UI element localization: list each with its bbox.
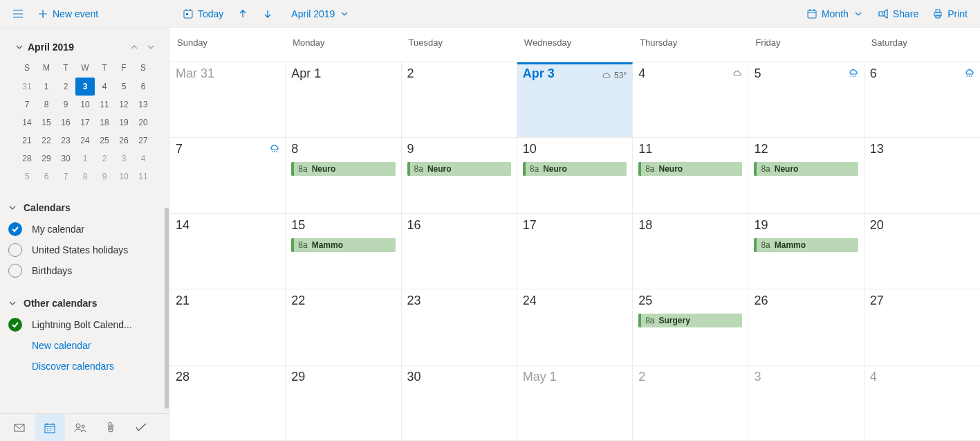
mini-day[interactable]: 24 bbox=[75, 132, 95, 150]
calendar-cell[interactable]: 118aNeuro bbox=[633, 138, 748, 213]
mini-day[interactable]: 14 bbox=[17, 114, 37, 132]
calendar-cell[interactable]: 3 bbox=[748, 366, 864, 441]
calendar-item[interactable]: My calendar bbox=[8, 219, 162, 240]
calendar-cell[interactable]: 17 bbox=[517, 214, 633, 289]
mini-next-month[interactable] bbox=[142, 39, 159, 55]
mini-day[interactable]: 11 bbox=[133, 168, 153, 186]
mini-day[interactable]: 4 bbox=[133, 150, 153, 168]
calendar-cell[interactable]: Mar 31 bbox=[170, 62, 286, 138]
todo-module-button[interactable] bbox=[126, 414, 156, 442]
calendar-cell[interactable]: 23 bbox=[402, 289, 517, 365]
calendar-cell[interactable]: 14 bbox=[170, 214, 286, 289]
calendar-cell[interactable]: 88aNeuro bbox=[286, 138, 401, 213]
calendar-cell[interactable]: 28 bbox=[170, 366, 286, 441]
mini-day[interactable]: 13 bbox=[133, 96, 153, 114]
calendar-cell[interactable]: 98aNeuro bbox=[402, 138, 517, 213]
mini-day[interactable]: 12 bbox=[114, 96, 133, 114]
mail-module-button[interactable] bbox=[4, 414, 35, 442]
mini-day[interactable]: 3 bbox=[114, 150, 133, 168]
calendar-event[interactable]: 8aNeuro bbox=[523, 162, 627, 176]
calendar-cell[interactable]: 2 bbox=[633, 366, 748, 441]
calendar-event[interactable]: 8aMammo bbox=[291, 238, 395, 252]
mini-day[interactable]: 10 bbox=[114, 168, 133, 186]
calendar-cell[interactable]: 258aSurgery bbox=[633, 289, 748, 365]
mini-day[interactable]: 16 bbox=[56, 114, 75, 132]
calendar-cell[interactable]: 22 bbox=[286, 289, 401, 365]
people-module-button[interactable] bbox=[65, 414, 95, 442]
mini-day[interactable]: 30 bbox=[56, 150, 75, 168]
calendar-event[interactable]: 8aNeuro bbox=[754, 162, 858, 176]
mini-day[interactable]: 5 bbox=[17, 168, 37, 186]
calendar-cell[interactable]: 4 bbox=[865, 366, 980, 441]
mini-day[interactable]: 7 bbox=[17, 96, 37, 114]
mini-day[interactable]: 11 bbox=[95, 96, 114, 114]
calendar-checkbox[interactable] bbox=[8, 222, 22, 236]
calendar-cell[interactable]: 20 bbox=[865, 214, 980, 289]
mini-day[interactable]: 6 bbox=[133, 78, 153, 96]
mini-day[interactable]: 17 bbox=[75, 114, 95, 132]
hamburger-menu[interactable] bbox=[6, 1, 30, 27]
mini-day[interactable]: 21 bbox=[17, 132, 37, 150]
discover-calendars-link[interactable]: Discover calendars bbox=[8, 356, 162, 377]
mini-day[interactable]: 6 bbox=[37, 168, 56, 186]
print-button[interactable]: Print bbox=[925, 1, 974, 27]
calendar-item[interactable]: United States holidays bbox=[8, 240, 162, 260]
mini-day[interactable]: 1 bbox=[37, 78, 56, 96]
mini-collapse-button[interactable] bbox=[11, 39, 28, 55]
calendar-cell[interactable]: Apr 1 bbox=[286, 62, 401, 138]
next-period-button[interactable] bbox=[255, 1, 280, 27]
mini-day[interactable]: 3 bbox=[75, 78, 95, 96]
calendar-cell[interactable]: May 1 bbox=[517, 366, 633, 441]
calendar-event[interactable]: 8aNeuro bbox=[291, 162, 395, 176]
files-module-button[interactable] bbox=[95, 414, 126, 442]
mini-day[interactable]: 9 bbox=[95, 168, 114, 186]
calendar-cell[interactable]: 6 bbox=[865, 62, 980, 138]
view-dropdown[interactable]: Month bbox=[799, 1, 871, 27]
calendar-cell[interactable]: 30 bbox=[402, 366, 517, 441]
mini-day[interactable]: 28 bbox=[17, 150, 37, 168]
mini-day[interactable]: 4 bbox=[95, 78, 114, 96]
calendar-cell[interactable]: 198aMammo bbox=[748, 214, 864, 289]
other-calendars-section-toggle[interactable]: Other calendars bbox=[8, 295, 162, 314]
mini-day[interactable]: 18 bbox=[95, 114, 114, 132]
mini-day[interactable]: 23 bbox=[56, 132, 75, 150]
calendar-cell[interactable]: 4 bbox=[633, 62, 748, 138]
calendar-cell[interactable]: 21 bbox=[170, 289, 286, 365]
mini-day[interactable]: 22 bbox=[37, 132, 56, 150]
calendar-cell[interactable]: 16 bbox=[402, 214, 517, 289]
calendar-event[interactable]: 8aMammo bbox=[754, 238, 858, 252]
calendar-event[interactable]: 8aSurgery bbox=[638, 314, 742, 327]
calendar-cell[interactable]: 26 bbox=[748, 289, 864, 365]
mini-day[interactable]: 9 bbox=[56, 96, 75, 114]
calendar-event[interactable]: 8aNeuro bbox=[407, 162, 511, 176]
calendar-cell[interactable]: 158aMammo bbox=[286, 214, 401, 289]
mini-day[interactable]: 25 bbox=[95, 132, 114, 150]
mini-day[interactable]: 5 bbox=[114, 78, 133, 96]
calendar-cell[interactable]: 27 bbox=[865, 289, 980, 365]
new-calendar-link[interactable]: New calendar bbox=[8, 335, 162, 356]
mini-prev-month[interactable] bbox=[126, 39, 142, 55]
calendar-cell[interactable]: 13 bbox=[865, 138, 980, 213]
calendar-checkbox[interactable] bbox=[8, 318, 22, 332]
mini-day[interactable]: 2 bbox=[56, 78, 75, 96]
mini-day[interactable]: 20 bbox=[133, 114, 153, 132]
mini-day[interactable]: 31 bbox=[17, 78, 37, 96]
new-event-button[interactable]: New event bbox=[30, 1, 105, 27]
calendar-checkbox[interactable] bbox=[8, 243, 22, 257]
calendar-event[interactable]: 8aNeuro bbox=[638, 162, 742, 176]
calendar-module-button[interactable] bbox=[35, 414, 65, 442]
calendar-cell[interactable]: 5 bbox=[748, 62, 864, 138]
mini-day[interactable]: 26 bbox=[114, 132, 133, 150]
calendar-cell[interactable]: 18 bbox=[633, 214, 748, 289]
mini-day[interactable]: 15 bbox=[37, 114, 56, 132]
calendar-cell[interactable]: 128aNeuro bbox=[748, 138, 864, 213]
share-button[interactable]: Share bbox=[871, 1, 925, 27]
calendar-item[interactable]: Birthdays bbox=[8, 260, 162, 281]
mini-day[interactable]: 2 bbox=[95, 150, 114, 168]
calendar-cell[interactable]: 24 bbox=[517, 289, 633, 365]
mini-day[interactable]: 8 bbox=[37, 96, 56, 114]
today-button[interactable]: Today bbox=[176, 1, 230, 27]
mini-day[interactable]: 7 bbox=[56, 168, 75, 186]
calendar-cell[interactable]: Apr 353° bbox=[517, 62, 633, 138]
prev-period-button[interactable] bbox=[230, 1, 255, 27]
